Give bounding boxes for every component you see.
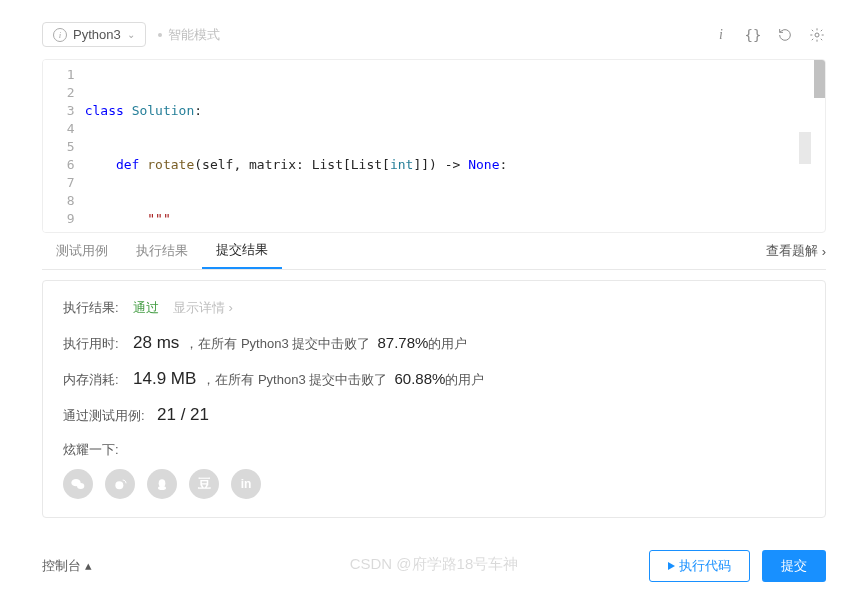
memory-text: ，在所有 Python3 提交中击败了 (202, 371, 387, 389)
submit-button[interactable]: 提交 (762, 550, 826, 582)
info-icon[interactable]: i (712, 26, 730, 44)
runtime-suffix: 的用户 (428, 335, 467, 353)
smart-mode-label: 智能模式 (158, 26, 220, 44)
footer-bar: 控制台 ▴ 执行代码 提交 (42, 550, 826, 582)
svg-point-5 (158, 486, 166, 490)
memory-value: 14.9 MB (133, 369, 196, 389)
chevron-down-icon: ⌄ (127, 29, 135, 40)
douban-icon[interactable]: 豆 (189, 469, 219, 499)
tests-label: 通过测试用例: (63, 407, 157, 425)
memory-pct: 60.88% (394, 370, 445, 387)
line-gutter: 12345678910 (43, 60, 85, 233)
play-icon (668, 562, 675, 570)
run-code-button[interactable]: 执行代码 (649, 550, 750, 582)
tab-run-result[interactable]: 执行结果 (122, 234, 202, 268)
tab-submit-result[interactable]: 提交结果 (202, 233, 282, 269)
show-detail-link[interactable]: 显示详情 › (173, 299, 233, 317)
memory-label: 内存消耗: (63, 371, 133, 389)
language-label: Python3 (73, 27, 121, 42)
submit-result-panel: 执行结果: 通过 显示详情 › 执行用时: 28 ms ，在所有 Python3… (42, 280, 826, 518)
settings-icon[interactable] (808, 26, 826, 44)
tests-value: 21 / 21 (157, 405, 209, 425)
runtime-pct: 87.78% (377, 334, 428, 351)
share-label: 炫耀一下: (63, 441, 805, 459)
memory-suffix: 的用户 (445, 371, 484, 389)
editor-toolbar: i Python3 ⌄ 智能模式 i {} (0, 14, 868, 55)
weibo-icon[interactable] (105, 469, 135, 499)
runtime-label: 执行用时: (63, 335, 133, 353)
reset-icon[interactable] (776, 26, 794, 44)
wechat-icon[interactable] (63, 469, 93, 499)
minimap-mark (799, 132, 811, 164)
status-value: 通过 (133, 299, 159, 317)
share-icons: 豆 in (63, 469, 805, 499)
braces-icon[interactable]: {} (744, 26, 762, 44)
tab-testcase[interactable]: 测试用例 (42, 234, 122, 268)
info-icon: i (53, 28, 67, 42)
runtime-text: ，在所有 Python3 提交中击败了 (185, 335, 370, 353)
language-select[interactable]: i Python3 ⌄ (42, 22, 146, 47)
chevron-right-icon: › (822, 244, 826, 259)
toolbar-right: i {} (712, 26, 826, 44)
svg-point-0 (815, 33, 819, 37)
console-toggle[interactable]: 控制台 ▴ (42, 557, 92, 575)
code-editor[interactable]: 12345678910 class Solution: def rotate(s… (42, 59, 826, 233)
runtime-value: 28 ms (133, 333, 179, 353)
svg-point-3 (115, 481, 123, 489)
scrollbar-thumb[interactable] (814, 60, 825, 98)
status-label: 执行结果: (63, 299, 133, 317)
linkedin-icon[interactable]: in (231, 469, 261, 499)
code-content[interactable]: class Solution: def rotate(self, matrix:… (85, 60, 825, 233)
result-tabs: 测试用例 执行结果 提交结果 查看题解› (42, 233, 826, 270)
qq-icon[interactable] (147, 469, 177, 499)
view-solution-link[interactable]: 查看题解› (766, 242, 826, 260)
svg-point-2 (77, 483, 84, 489)
